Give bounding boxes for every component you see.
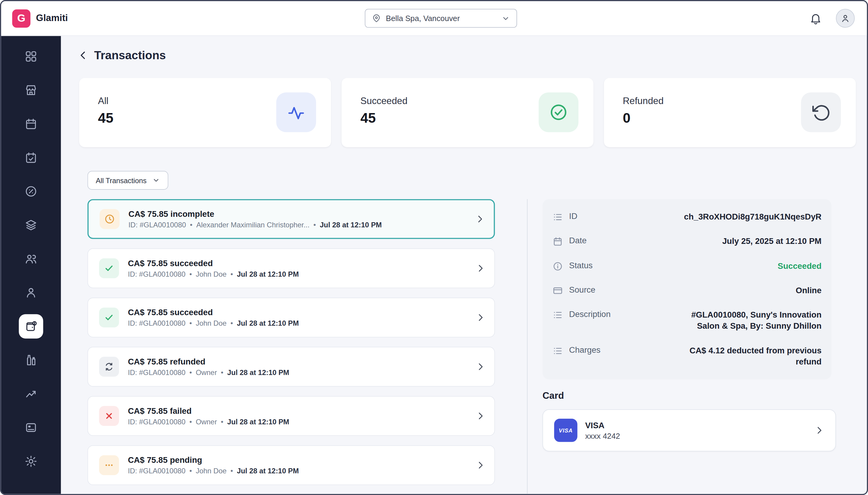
stat-card-refunded[interactable]: Refunded 0	[604, 78, 856, 147]
detail-label: ID	[569, 211, 577, 221]
refund-icon	[801, 92, 841, 132]
bullet-separator: •	[231, 270, 233, 278]
x-icon	[99, 406, 119, 426]
transaction-customer: John Doe	[196, 467, 226, 475]
list-icon	[553, 310, 563, 320]
percent-circle-icon	[24, 185, 38, 198]
sidebar-item-offers[interactable]	[19, 179, 43, 204]
transaction-id: ID: #GLA0010080	[128, 319, 185, 327]
bullet-separator: •	[231, 467, 233, 475]
stat-value: 45	[98, 110, 113, 126]
transaction-title: CA$ 75.85 pending	[128, 455, 299, 465]
stat-value: 0	[623, 110, 630, 126]
transaction-info: CA$ 75.85 refunded ID: #GLA0010080 • Own…	[128, 357, 289, 376]
chevron-down-icon	[152, 176, 160, 184]
transaction-id: ID: #GLA0010080	[128, 270, 185, 278]
user-avatar[interactable]	[836, 9, 855, 28]
sidebar-item-team[interactable]	[19, 246, 43, 271]
transaction-row-succeeded[interactable]: CA$ 75.85 succeeded ID: #GLA0010080 • Jo…	[87, 249, 495, 288]
list-icon	[553, 212, 563, 222]
bullet-separator: •	[189, 319, 192, 327]
refresh-icon	[99, 357, 119, 376]
dashboard-icon	[24, 50, 38, 63]
transaction-customer: John Doe	[196, 270, 226, 278]
stat-value: 45	[360, 110, 376, 126]
detail-row-id: ID ch_3RoXHODi8g718guK1NqesDyR	[553, 205, 822, 229]
detail-row-source: Source Online	[553, 278, 822, 303]
sidebar-item-pos[interactable]	[19, 415, 43, 440]
detail-value: CA$ 4.12 deducted from previous refund	[679, 345, 822, 367]
transaction-id: ID: #GLA0010080	[128, 418, 185, 426]
map-pin-icon	[372, 14, 381, 22]
line-chart-icon	[24, 387, 38, 400]
transaction-row-succeeded[interactable]: CA$ 75.85 succeeded ID: #GLA0010080 • Jo…	[87, 298, 495, 337]
transaction-row-pending[interactable]: CA$ 75.85 pending ID: #GLA0010080 • John…	[87, 445, 495, 485]
sidebar-item-services[interactable]	[19, 213, 43, 237]
bullet-separator: •	[189, 270, 192, 278]
transaction-customer: Alexander Maximilian Christopher...	[196, 221, 309, 229]
payment-card-row[interactable]: VISA VISA xxxx 4242	[543, 409, 836, 451]
sidebar-item-settings[interactable]	[19, 449, 43, 474]
transaction-time: Jul 28 at 12:10 PM	[227, 369, 289, 377]
chevron-right-icon	[475, 214, 485, 224]
person-icon	[840, 13, 850, 23]
transaction-meta: ID: #GLA0010080 • John Doe • Jul 28 at 1…	[128, 319, 299, 327]
stat-label: Succeeded	[360, 96, 407, 107]
detail-row-charges: Charges CA$ 4.12 deducted from previous …	[553, 338, 822, 374]
back-button[interactable]	[77, 49, 90, 62]
sidebar-item-bookings[interactable]	[19, 146, 43, 170]
brand[interactable]: G Glamiti	[12, 1, 68, 35]
detail-label: Description	[569, 309, 611, 319]
detail-label: Date	[569, 236, 587, 245]
check-icon	[99, 258, 119, 278]
location-selector[interactable]: Bella Spa, Vancouver	[365, 9, 517, 28]
stat-card-succeeded[interactable]: Succeeded 45	[342, 78, 593, 147]
stat-card-all[interactable]: All 45	[79, 78, 331, 147]
card-info: VISA xxxx 4242	[585, 421, 620, 440]
transaction-time: Jul 28 at 12:10 PM	[237, 270, 299, 278]
transaction-details-panel: ID ch_3RoXHODi8g718guK1NqesDyR Date July…	[543, 199, 832, 379]
gear-icon	[24, 455, 38, 468]
sidebar-item-calendar[interactable]	[19, 112, 43, 136]
transaction-row-failed[interactable]: CA$ 75.85 failed ID: #GLA0010080 • Owner…	[87, 396, 495, 436]
store-icon	[24, 84, 38, 97]
card-brand: VISA	[585, 421, 620, 430]
location-value: Bella Spa, Vancouver	[386, 14, 460, 22]
people-group-icon	[24, 252, 38, 266]
transaction-row-incomplete[interactable]: CA$ 75.85 incomplete ID: #GLA0010080 • A…	[87, 199, 495, 239]
sidebar-item-payments[interactable]	[19, 314, 43, 339]
transaction-row-refunded[interactable]: CA$ 75.85 refunded ID: #GLA0010080 • Own…	[87, 347, 495, 387]
transaction-list: CA$ 75.85 incomplete ID: #GLA0010080 • A…	[87, 199, 495, 494]
card-masked-number: xxxx 4242	[585, 431, 620, 440]
header-actions	[807, 1, 855, 35]
logo-letter: G	[17, 12, 25, 24]
top-header: G Glamiti Bella Spa, Vancouver	[1, 1, 867, 36]
stat-cards: All 45 Succeeded 45 Refunded 0	[79, 78, 856, 147]
card-section-heading: Card	[543, 391, 564, 402]
info-icon	[553, 261, 563, 271]
clock-icon	[100, 209, 119, 229]
chevron-down-icon	[502, 14, 510, 22]
transaction-info: CA$ 75.85 incomplete ID: #GLA0010080 • A…	[129, 209, 382, 229]
sidebar-item-dashboard[interactable]	[19, 44, 43, 69]
transaction-title: CA$ 75.85 incomplete	[129, 209, 382, 218]
notifications-button[interactable]	[807, 10, 824, 27]
sidebar-item-store[interactable]	[19, 78, 43, 102]
sidebar-item-clients[interactable]	[19, 280, 43, 305]
transaction-customer: John Doe	[196, 319, 226, 327]
chevron-right-icon	[476, 460, 486, 470]
calendar-icon	[24, 117, 38, 131]
bullet-separator: •	[221, 369, 223, 377]
transactions-filter-dropdown[interactable]: All Transactions	[87, 171, 168, 190]
vertical-divider	[527, 199, 528, 494]
sidebar-item-analytics[interactable]	[19, 382, 43, 406]
bullet-separator: •	[189, 369, 192, 377]
transaction-customer: Owner	[196, 369, 217, 377]
sidebar-item-products[interactable]	[19, 348, 43, 372]
transaction-info: CA$ 75.85 pending ID: #GLA0010080 • John…	[128, 455, 299, 475]
glamiti-logo-icon: G	[12, 9, 30, 27]
chevron-right-icon	[476, 411, 486, 421]
transaction-info: CA$ 75.85 succeeded ID: #GLA0010080 • Jo…	[128, 258, 299, 278]
bullet-separator: •	[221, 418, 223, 426]
screenshot-stage: G Glamiti Bella Spa, Vancouver	[0, 0, 868, 495]
